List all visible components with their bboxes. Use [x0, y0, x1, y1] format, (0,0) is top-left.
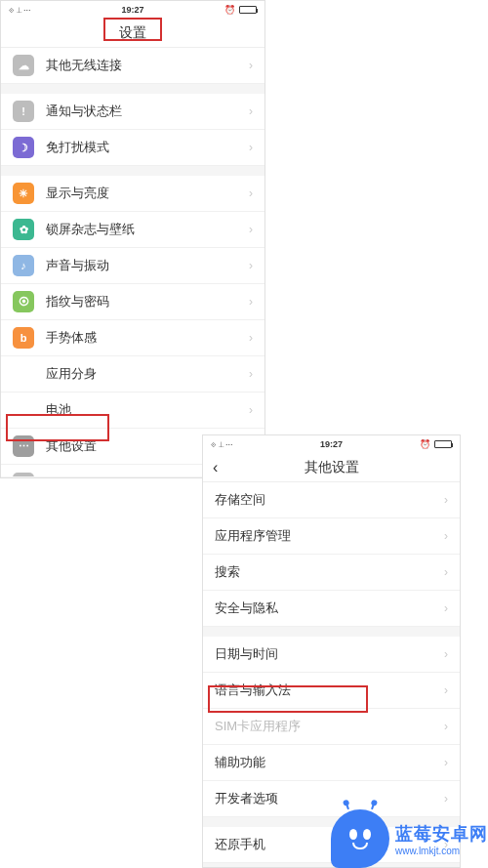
row-icon: ✿ [13, 219, 34, 240]
row-label: 通知与状态栏 [46, 103, 249, 120]
alarm-icon: ⏰ [420, 439, 430, 449]
chevron-right-icon: › [249, 141, 253, 154]
settings-row[interactable]: ☀显示与亮度› [1, 176, 264, 212]
row-icon: ♪ [13, 255, 34, 276]
signal-icon: ⟐ ⟂ ··· [9, 5, 31, 15]
watermark: 蓝莓安卓网 www.lmkjt.com [331, 809, 488, 868]
row-label: 显示与亮度 [46, 185, 249, 202]
chevron-right-icon: › [444, 565, 448, 579]
row-label: 声音与振动 [46, 257, 249, 274]
row-label: 免打扰模式 [46, 139, 249, 156]
chevron-right-icon: › [249, 331, 253, 345]
chevron-right-icon: › [444, 756, 448, 769]
row-label: 指纹与密码 [46, 293, 249, 310]
settings-row[interactable]: ♪声音与振动› [1, 248, 264, 284]
status-bar: ⟐ ⟂ ··· 19:27 ⏰ [1, 1, 264, 19]
row-label: 辅助功能 [215, 754, 444, 771]
settings-row[interactable]: ⦿指纹与密码› [1, 284, 264, 320]
alarm-icon: ⏰ [224, 5, 235, 15]
settings-row[interactable]: b手势体感› [1, 320, 264, 356]
chevron-right-icon: › [249, 367, 253, 381]
row-icon: ⋯ [13, 435, 34, 457]
row-icon: ! [13, 101, 34, 122]
settings-row[interactable]: !通知与状态栏› [1, 94, 264, 130]
settings-row[interactable]: 应用分身› [1, 356, 264, 393]
battery-icon [239, 6, 257, 14]
page-title: 设置 [119, 24, 146, 42]
status-bar: ⟐ ⟂ ··· 19:27 ⏰ [203, 435, 460, 453]
row-icon: b [13, 327, 34, 349]
settings-row[interactable]: 辅助功能› [203, 745, 460, 781]
settings-screen-2: ⟐ ⟂ ··· 19:27 ⏰ ‹ 其他设置 存储空间›应用程序管理›搜索›安全… [202, 434, 461, 868]
signal-icon: ⟐ ⟂ ··· [211, 439, 233, 449]
settings-row[interactable]: 搜索› [203, 555, 460, 591]
row-label: 存储空间 [215, 491, 444, 509]
row-label: 安全与隐私 [215, 599, 444, 617]
row-label: 锁屏杂志与壁纸 [46, 221, 249, 238]
chevron-right-icon: › [249, 403, 253, 417]
watermark-url: www.lmkjt.com [395, 846, 488, 856]
row-label: SIM卡应用程序 [215, 718, 444, 735]
chevron-right-icon: › [444, 792, 448, 806]
back-button[interactable]: ‹ [213, 459, 218, 476]
chevron-right-icon: › [444, 601, 448, 615]
settings-row[interactable]: 存储空间› [203, 482, 460, 518]
header: 设置 [1, 19, 264, 48]
settings-list: ☁其他无线连接›!通知与状态栏›☽免打扰模式›☀显示与亮度›✿锁屏杂志与壁纸›♪… [1, 48, 264, 465]
status-time: 19:27 [320, 439, 343, 449]
other-settings-list: 存储空间›应用程序管理›搜索›安全与隐私›日期与时间›语言与输入法›SIM卡应用… [203, 482, 460, 863]
chevron-right-icon: › [249, 186, 253, 200]
settings-screen-1: ⟐ ⟂ ··· 19:27 ⏰ 设置 ☁其他无线连接›!通知与状态栏›☽免打扰模… [0, 0, 265, 478]
row-label: 其他无线连接 [46, 57, 249, 74]
chevron-right-icon: › [444, 720, 448, 733]
chevron-right-icon: › [444, 529, 448, 543]
row-label: 电池 [46, 401, 249, 419]
row-icon: ☁ [13, 55, 34, 76]
settings-row[interactable]: 语言与输入法› [203, 673, 460, 709]
row-label: 手势体感 [46, 329, 249, 347]
chevron-right-icon: › [444, 647, 448, 661]
row-label: 应用分身 [46, 365, 249, 383]
chevron-right-icon: › [444, 493, 448, 507]
row-icon: ⦿ [13, 291, 34, 312]
chevron-right-icon: › [249, 59, 253, 72]
row-label: 日期与时间 [215, 645, 444, 663]
settings-row[interactable]: ✿锁屏杂志与壁纸› [1, 212, 264, 248]
settings-row[interactable]: 电池› [1, 393, 264, 429]
chevron-right-icon: › [249, 223, 253, 236]
row-label: 语言与输入法 [215, 682, 444, 699]
settings-row[interactable]: 日期与时间› [203, 637, 460, 673]
watermark-logo [331, 809, 389, 868]
row-label: 搜索 [215, 563, 444, 581]
settings-row[interactable]: 安全与隐私› [203, 591, 460, 627]
chevron-right-icon: › [249, 295, 253, 309]
watermark-text: 蓝莓安卓网 [395, 822, 488, 846]
settings-row[interactable]: ☁其他无线连接› [1, 48, 264, 84]
settings-row[interactable]: ☽免打扰模式› [1, 130, 264, 166]
row-label: 应用程序管理 [215, 527, 444, 545]
row-icon: ✚ [13, 473, 34, 477]
row-icon: ☽ [13, 137, 34, 158]
status-time: 19:27 [121, 5, 143, 15]
page-title: 其他设置 [305, 459, 359, 476]
chevron-right-icon: › [444, 683, 448, 697]
header: ‹ 其他设置 [203, 453, 460, 482]
settings-row[interactable]: 应用程序管理› [203, 518, 460, 555]
battery-icon [434, 440, 452, 448]
chevron-right-icon: › [249, 259, 253, 272]
settings-row[interactable]: SIM卡应用程序› [203, 709, 460, 745]
row-label: 开发者选项 [215, 790, 444, 807]
chevron-right-icon: › [249, 104, 253, 118]
row-icon: ☀ [13, 183, 34, 204]
